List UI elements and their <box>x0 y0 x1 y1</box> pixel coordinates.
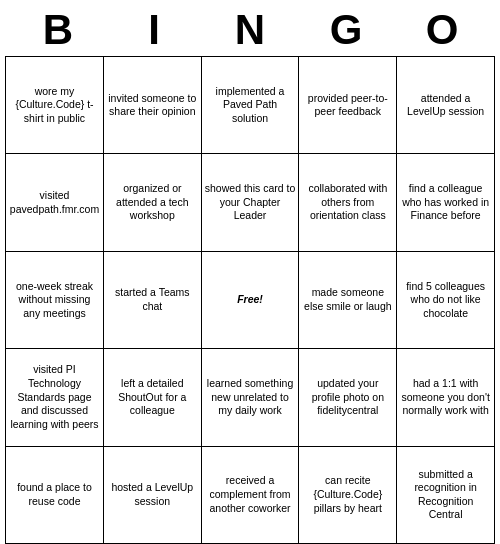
cell-r0-c0[interactable]: wore my {Culture.Code} t-shirt in public <box>6 57 104 154</box>
bingo-grid: wore my {Culture.Code} t-shirt in public… <box>5 56 495 544</box>
cell-r0-c1[interactable]: invited someone to share their opinion <box>103 57 201 154</box>
cell-r4-c3[interactable]: can recite {Culture.Code} pillars by hea… <box>299 446 397 543</box>
cell-r4-c0[interactable]: found a place to reuse code <box>6 446 104 543</box>
cell-r3-c1[interactable]: left a detailed ShoutOut for a colleague <box>103 349 201 446</box>
cell-r1-c2[interactable]: showed this card to your Chapter Leader <box>201 154 299 251</box>
letter-b: B <box>18 6 98 54</box>
cell-r4-c2[interactable]: received a complement from another cowor… <box>201 446 299 543</box>
cell-r3-c0[interactable]: visited PI Technology Standards page and… <box>6 349 104 446</box>
cell-r1-c4[interactable]: find a colleague who has worked in Finan… <box>397 154 495 251</box>
cell-r3-c4[interactable]: had a 1:1 with someone you don't normall… <box>397 349 495 446</box>
cell-r4-c4[interactable]: submitted a recognition in Recognition C… <box>397 446 495 543</box>
letter-o: O <box>402 6 482 54</box>
cell-r2-c1[interactable]: started a Teams chat <box>103 251 201 348</box>
cell-r2-c2[interactable]: Free! <box>201 251 299 348</box>
letter-n: N <box>210 6 290 54</box>
cell-r1-c1[interactable]: organized or attended a tech workshop <box>103 154 201 251</box>
cell-r2-c4[interactable]: find 5 colleagues who do not like chocol… <box>397 251 495 348</box>
cell-r1-c0[interactable]: visited pavedpath.fmr.com <box>6 154 104 251</box>
cell-r4-c1[interactable]: hosted a LevelUp session <box>103 446 201 543</box>
cell-r0-c2[interactable]: implemented a Paved Path solution <box>201 57 299 154</box>
cell-r1-c3[interactable]: collaborated with others from orientatio… <box>299 154 397 251</box>
cell-r3-c3[interactable]: updated your profile photo on fidelityce… <box>299 349 397 446</box>
letter-g: G <box>306 6 386 54</box>
cell-r0-c3[interactable]: provided peer-to-peer feedback <box>299 57 397 154</box>
cell-r3-c2[interactable]: learned something new unrelated to my da… <box>201 349 299 446</box>
cell-r2-c0[interactable]: one-week streak without missing any meet… <box>6 251 104 348</box>
bingo-title: B I N G O <box>0 0 500 56</box>
cell-r0-c4[interactable]: attended a LevelUp session <box>397 57 495 154</box>
letter-i: I <box>114 6 194 54</box>
cell-r2-c3[interactable]: made someone else smile or laugh <box>299 251 397 348</box>
